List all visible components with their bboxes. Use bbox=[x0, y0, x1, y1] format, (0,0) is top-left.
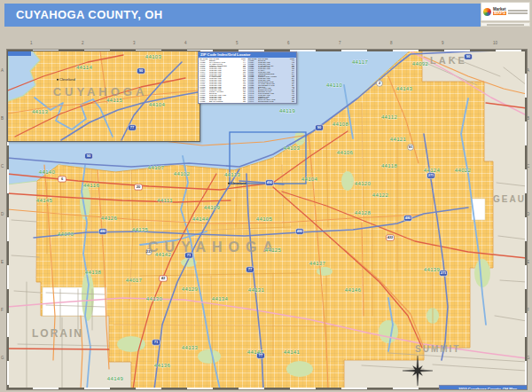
zip-code-label: 44092 bbox=[412, 61, 429, 67]
zip-code-label: 44107 bbox=[148, 165, 165, 170]
zip-code-label: 44116 bbox=[83, 183, 100, 188]
interstate-shield-icon: 90 bbox=[85, 153, 93, 159]
neatline-right bbox=[525, 50, 527, 389]
svg-text:77: 77 bbox=[130, 125, 135, 129]
zip-code-label: 44112 bbox=[381, 114, 398, 120]
zip-code-label: 44115 bbox=[106, 98, 123, 103]
zip-code-label: 44110 bbox=[326, 82, 343, 88]
inset-tag bbox=[8, 51, 31, 56]
svg-text:480: 480 bbox=[405, 216, 411, 220]
zip-code-label: 44130 bbox=[146, 296, 163, 302]
compass-rose-icon bbox=[401, 354, 434, 388]
us-highway-shield-icon: 6 bbox=[59, 176, 66, 182]
zip-code-label: 44145 bbox=[36, 198, 53, 203]
park-area bbox=[379, 320, 398, 343]
grid-ruler-top: 12345678910 bbox=[6, 41, 526, 47]
zip-code-label: 44143 bbox=[396, 86, 413, 91]
zip-code-index: ZIP Code Index/Grid Locator ZIP CODECITY… bbox=[198, 51, 297, 104]
zip-index-left-column: ZIP CODECITY NAMEGRID44017BEREAC444022CH… bbox=[199, 58, 247, 104]
zip-code-label: 44022 bbox=[455, 168, 472, 173]
map-product-page: CUYAHOGA COUNTY, OH Market MAPS 12345678… bbox=[0, 0, 532, 392]
svg-text:71: 71 bbox=[154, 340, 159, 344]
zip-code-label: 44103 bbox=[145, 54, 162, 59]
city-label: Cleveland bbox=[59, 77, 75, 82]
neighbor-county-label: SUMMIT bbox=[415, 344, 460, 354]
inset-canvas: 9077CUYAHOGA4411344115441034410444114Cle… bbox=[8, 51, 200, 141]
zip-code-label: 44103 bbox=[284, 145, 301, 151]
marketmaps-logo: Market MAPS bbox=[481, 2, 530, 21]
interstate-shield-icon: 77 bbox=[246, 267, 254, 272]
zip-code-label: 44139 bbox=[424, 267, 441, 272]
county-map: 9090907171777748048048027127149062042422… bbox=[6, 49, 528, 390]
svg-text:42: 42 bbox=[161, 276, 166, 280]
zip-code-label: 44108 bbox=[332, 122, 349, 127]
zip-code-label: 44147 bbox=[247, 349, 264, 355]
zip-code-label: 44134 bbox=[212, 296, 229, 302]
zip-code-label: 44140 bbox=[39, 169, 56, 175]
interstate-shield-icon: 480 bbox=[404, 216, 412, 221]
park-area bbox=[198, 349, 221, 364]
zip-code-label: 44117 bbox=[352, 59, 369, 65]
zip-code-label: 44070 bbox=[58, 231, 74, 237]
zip-code-label: 44017 bbox=[126, 278, 143, 283]
zip-code-label: 44124 bbox=[424, 168, 441, 173]
grid-ruler-left: ABCDEFG bbox=[1, 49, 5, 388]
zip-code-label: 44113 bbox=[224, 172, 241, 177]
park-area bbox=[474, 259, 490, 287]
logo-side-text bbox=[508, 10, 528, 14]
zip-code-label: 44120 bbox=[355, 181, 372, 186]
interstate-shield-icon: 90 bbox=[316, 125, 324, 130]
logo-burst-icon bbox=[483, 8, 491, 16]
zip-code-label: 44136 bbox=[154, 363, 171, 368]
neighbor-county-label: LORAIN bbox=[32, 327, 83, 340]
zip-code-label: 44119 bbox=[279, 108, 296, 114]
zip-code-label: 44109 bbox=[204, 205, 221, 210]
svg-text:90: 90 bbox=[87, 153, 91, 158]
interstate-shield-icon: 480 bbox=[296, 229, 304, 234]
zip-code-label: 44125 bbox=[265, 247, 282, 253]
park-area bbox=[317, 267, 332, 276]
interstate-shield-icon: 71 bbox=[153, 340, 160, 345]
svg-text:90: 90 bbox=[139, 68, 144, 73]
map-legend: 2010 Cuyahoga County, OH Map CountyState… bbox=[439, 385, 528, 390]
park-area bbox=[117, 336, 145, 352]
zip-code-label: 44111 bbox=[157, 198, 173, 203]
zip-code-label: 44121 bbox=[390, 137, 407, 142]
us-highway-shield-icon: 20 bbox=[135, 184, 143, 190]
zip-code-label: 44128 bbox=[355, 210, 372, 216]
state-route-shield-icon: 2 bbox=[377, 81, 383, 87]
zip-code-label: 44106 bbox=[337, 150, 354, 155]
zip-index-row: 44122BEACHWOODE3 bbox=[200, 101, 246, 103]
city-label: Cleveland bbox=[231, 181, 246, 185]
park-area bbox=[286, 361, 313, 377]
svg-text:91: 91 bbox=[409, 145, 413, 149]
zip-code-label: 44114 bbox=[76, 65, 93, 70]
legend-title: 2010 Cuyahoga County, OH Map bbox=[440, 386, 528, 390]
zip-index-right-column: ZIP CODECITY NAMEGRID44123EUCLIDF144124C… bbox=[247, 58, 296, 104]
zip-code-label: 44137 bbox=[309, 261, 326, 266]
zip-code-label: 44138 bbox=[85, 270, 102, 275]
svg-text:271: 271 bbox=[441, 270, 447, 275]
svg-text:271: 271 bbox=[428, 173, 434, 177]
zip-code-label: 44129 bbox=[182, 286, 199, 292]
logo-tagline bbox=[481, 22, 530, 27]
neighbor-county-label: GEAUGA bbox=[493, 194, 527, 204]
interstate-shield-icon: 480 bbox=[99, 229, 107, 234]
page-title: CUYAHOGA COUNTY, OH bbox=[4, 4, 481, 27]
interstate-shield-icon: 271 bbox=[427, 173, 435, 178]
zip-code-label: 44118 bbox=[381, 163, 398, 169]
svg-text:480: 480 bbox=[100, 229, 106, 233]
zip-code-label: 44104 bbox=[301, 176, 318, 182]
interstate-shield-icon: 77 bbox=[129, 125, 137, 130]
zip-code-label: 44104 bbox=[149, 102, 166, 107]
svg-text:20: 20 bbox=[137, 184, 141, 189]
zip-code-label: 44126 bbox=[101, 216, 118, 221]
zip-code-label: 44149 bbox=[107, 376, 124, 381]
us-highway-shield-icon: 42 bbox=[160, 276, 168, 281]
park-area bbox=[341, 171, 354, 191]
logo-word-maps: MAPS bbox=[493, 12, 506, 15]
zip-code-label: 44122 bbox=[372, 192, 389, 198]
svg-text:90: 90 bbox=[317, 125, 322, 129]
zip-code-label: 44105 bbox=[256, 216, 273, 222]
zip-code-label: 44141 bbox=[284, 349, 301, 355]
